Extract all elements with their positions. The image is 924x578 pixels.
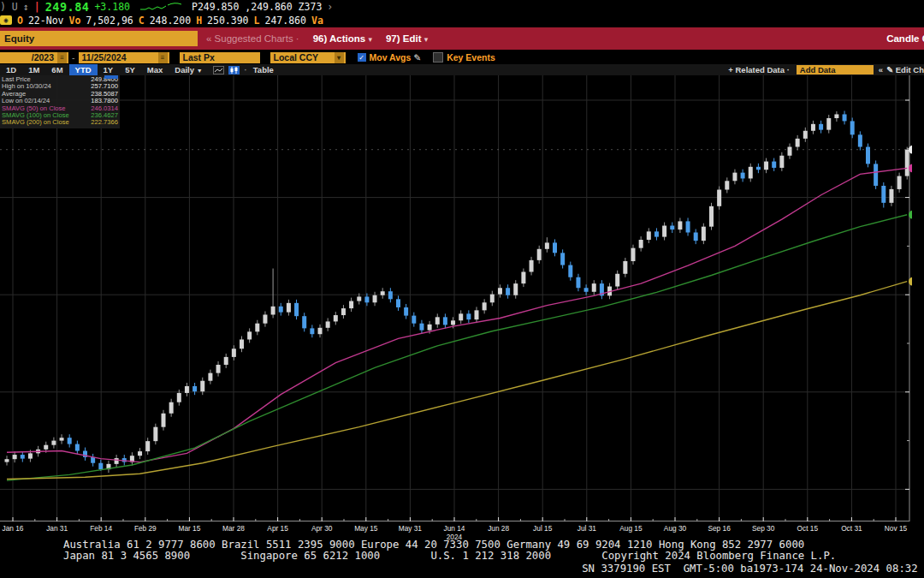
- frequency-value: Daily: [175, 65, 194, 74]
- line-chart-icon[interactable]: [213, 66, 224, 74]
- footer-contact-line-2: Japan 81 3 4565 8900 Singapore 65 6212 1…: [0, 551, 924, 562]
- alert-icon[interactable]: ◉: [0, 15, 12, 25]
- add-data-placeholder: Add Data: [800, 65, 836, 74]
- key-events-label: Key Events: [447, 52, 495, 63]
- period-button-1m[interactable]: 1M: [22, 64, 45, 75]
- field-type-select[interactable]: Last Px: [180, 52, 260, 63]
- table-button[interactable]: Table: [247, 64, 280, 75]
- calendar-spinner-icon[interactable]: ≡: [57, 52, 67, 63]
- chevron-down-icon[interactable]: ▾: [335, 52, 344, 63]
- legend-label: SMAVG (200) on Close: [2, 119, 69, 126]
- date-to-value: 11/25/2024: [82, 52, 127, 63]
- period-button-max[interactable]: Max: [141, 64, 169, 75]
- quote-line-2: ◉ O 22-Nov Vo 7,502,96 C 248.200 H 250.3…: [0, 14, 924, 27]
- add-data-input[interactable]: Add Data: [797, 65, 874, 74]
- price-change: +3.180: [94, 1, 130, 13]
- price-separator: |: [34, 1, 40, 13]
- open-value: 248.200: [150, 15, 191, 27]
- mov-avgs-checkbox[interactable]: ✓: [358, 53, 366, 62]
- edit-pencil-icon[interactable]: ✎: [413, 52, 421, 63]
- low-value: 247.860: [264, 15, 305, 27]
- quote-date: 22-Nov: [28, 15, 64, 27]
- security-value: Equity: [4, 33, 34, 44]
- x-tick-label: Mar 28: [222, 524, 245, 533]
- high-value: 250.390: [207, 15, 248, 27]
- x-tick-label: Aug 15: [619, 524, 642, 533]
- candle-chart-icon[interactable]: [228, 66, 240, 74]
- x-tick-label: Apr 15: [267, 524, 287, 533]
- x-tick-label: Feb 14: [90, 524, 112, 533]
- actions-menu[interactable]: 96) Actions ▾: [313, 33, 372, 44]
- vol-value: 7,502,96: [86, 15, 133, 27]
- date-to-input[interactable]: 11/25/2024 ≡: [79, 52, 169, 63]
- x-tick-label: Oct 15: [797, 524, 818, 533]
- calendar-spinner-icon[interactable]: ≡: [158, 52, 168, 63]
- currency-select[interactable]: Local CCY ▾: [270, 52, 346, 63]
- x-tick-label: Aug 30: [664, 524, 686, 533]
- chart-legend-panel: Last Price249.8400High on 10/30/24257.71…: [0, 75, 120, 128]
- period-toolbar: 1D1M6MYTD1Y5YMax Daily ▼ · Table + Relat…: [0, 64, 924, 75]
- high-label: H: [196, 15, 202, 27]
- x-tick-label: Nov 15: [885, 524, 907, 533]
- x-tick-label: Jul 15: [533, 524, 552, 533]
- x-tick-label: May 31: [399, 524, 422, 533]
- ticker-fragment: ) U: [0, 1, 18, 13]
- low-label: L: [254, 15, 260, 27]
- edit-chart-button[interactable]: ✎ Edit Ch: [886, 65, 924, 74]
- frequency-select[interactable]: Daily ▼: [169, 64, 208, 75]
- last-price: 249.84: [45, 0, 90, 14]
- bid-ask: P249.850 ,249.860 Z373: [192, 1, 322, 13]
- open-label: C: [139, 15, 145, 27]
- x-tick-label: Apr 30: [311, 524, 332, 533]
- x-tick-label: Jun 28: [488, 524, 509, 533]
- x-tick-label: Mar 15: [178, 524, 200, 533]
- val-label: Va: [311, 15, 323, 27]
- currency-value: Local CCY: [274, 52, 319, 63]
- vol-label: Vo: [68, 15, 80, 27]
- mov-avgs-label: Mov Avgs: [370, 52, 412, 63]
- sparkline-icon: [139, 2, 183, 12]
- chevron-down-icon: ▼: [197, 68, 203, 74]
- period-button-1y[interactable]: 1Y: [98, 64, 120, 75]
- terminal-status-line: SN 3379190 EST GMT-5:00 ba1973-174 24-No…: [0, 563, 924, 575]
- menu-bar: Equity « Suggested Charts · 96) Actions …: [0, 27, 924, 50]
- chevron-down-icon: ▾: [424, 35, 429, 44]
- page-title: Candle C: [886, 33, 924, 44]
- key-events-checkbox[interactable]: [433, 52, 443, 63]
- period-button-6m[interactable]: 6M: [45, 64, 68, 75]
- quote-line-1: ) U ↕ | 249.84 +3.180 P249.850 ,249.860 …: [0, 1, 924, 13]
- related-data-button[interactable]: + Related Data ·: [728, 65, 790, 74]
- on-label: O: [17, 15, 23, 27]
- legend-value: 222.7366: [91, 119, 118, 126]
- candlestick-chart[interactable]: [0, 75, 912, 522]
- date-from-value: /2023: [32, 52, 54, 63]
- period-button-5y[interactable]: 5Y: [119, 64, 141, 75]
- bloomberg-terminal-window: ) U ↕ | 249.84 +3.180 P249.850 ,249.860 …: [0, 0, 924, 578]
- x-tick-label: Jan 16: [3, 524, 24, 533]
- period-button-1d[interactable]: 1D: [0, 64, 22, 75]
- x-tick-label: Jan 31: [46, 524, 68, 533]
- controls-row: /2023 ≡ - 11/25/2024 ≡ Last Px Local CCY…: [0, 51, 924, 64]
- edit-label: 97) Edit: [386, 33, 422, 44]
- legend-drag-handle[interactable]: [104, 75, 118, 79]
- legend-row: SMAVG (200) on Close222.7366: [2, 119, 118, 126]
- date-from-input[interactable]: /2023 ≡: [0, 52, 68, 63]
- suggested-charts-menu[interactable]: « Suggested Charts ·: [206, 33, 299, 44]
- security-input[interactable]: Equity: [0, 31, 198, 46]
- x-tick-label: May 15: [354, 524, 377, 533]
- x-tick-label: Sep 30: [752, 524, 774, 533]
- chevron-down-icon: ▾: [368, 35, 372, 44]
- x-tick-label: Oct 31: [841, 524, 862, 533]
- updown-icon: ↕: [23, 1, 29, 13]
- chevron-right-icon[interactable]: ›: [327, 1, 333, 13]
- chevrons-left-icon[interactable]: «: [879, 65, 883, 74]
- x-tick-label: Feb 29: [134, 524, 157, 533]
- field-type-value: Last Px: [183, 52, 215, 63]
- x-axis-labels: Jan 16Jan 31Feb 14Feb 29Mar 15Mar 28Apr …: [0, 524, 924, 539]
- date-range-separator: -: [72, 52, 75, 63]
- period-button-ytd[interactable]: YTD: [69, 64, 98, 75]
- period-buttons: 1D1M6MYTD1Y5YMax: [0, 64, 169, 75]
- edit-menu[interactable]: 97) Edit ▾: [386, 33, 428, 44]
- x-tick-label: Jul 31: [578, 524, 596, 533]
- x-tick-label: Sep 16: [708, 524, 730, 533]
